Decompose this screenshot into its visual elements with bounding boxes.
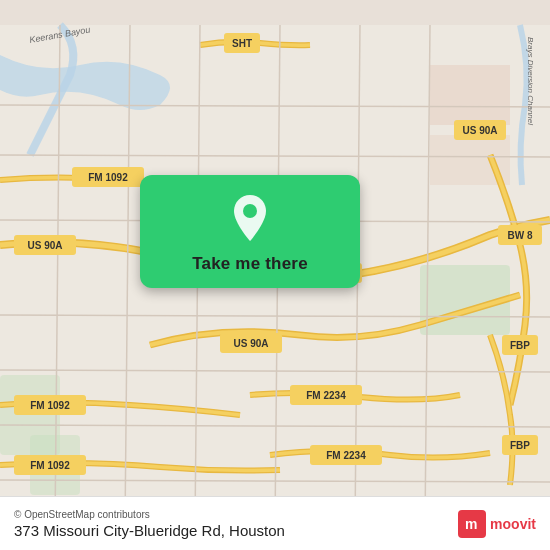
svg-text:SHT: SHT (232, 38, 252, 49)
svg-text:US 90A: US 90A (233, 338, 268, 349)
svg-text:FM 2234: FM 2234 (326, 450, 366, 461)
moovit-logo[interactable]: m moovit (458, 510, 536, 538)
svg-text:US 90A: US 90A (462, 125, 497, 136)
moovit-icon: m (458, 510, 486, 538)
svg-text:FM 1092: FM 1092 (88, 172, 128, 183)
svg-text:FM 2234: FM 2234 (306, 390, 346, 401)
copyright-text: © OpenStreetMap contributors (14, 509, 285, 520)
svg-text:BW 8: BW 8 (508, 230, 533, 241)
svg-text:US 90A: US 90A (27, 240, 62, 251)
svg-text:FM 1092: FM 1092 (30, 400, 70, 411)
map-container: FM 1092 US 90A US 90A US 90A FM 1092 FM … (0, 0, 550, 550)
take-me-there-label: Take me there (192, 254, 308, 274)
location-pin-icon (228, 193, 272, 246)
svg-point-47 (243, 204, 257, 218)
bottom-info: © OpenStreetMap contributors 373 Missour… (14, 509, 285, 539)
svg-text:FM 1092: FM 1092 (30, 460, 70, 471)
svg-rect-4 (430, 65, 510, 125)
svg-text:Brays Diversion Channel: Brays Diversion Channel (526, 37, 535, 125)
svg-text:FBP: FBP (510, 440, 530, 451)
take-me-there-button[interactable]: Take me there (140, 175, 360, 288)
address-text: 373 Missouri City-Blueridge Rd, Houston (14, 522, 285, 539)
svg-text:m: m (465, 516, 477, 532)
moovit-text: moovit (490, 516, 536, 532)
svg-text:FBP: FBP (510, 340, 530, 351)
bottom-bar: © OpenStreetMap contributors 373 Missour… (0, 496, 550, 550)
